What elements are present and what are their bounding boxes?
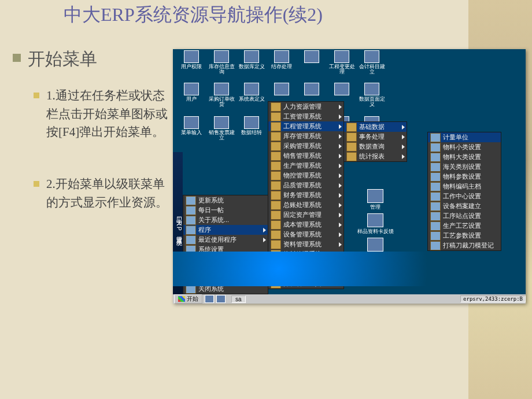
menu-item[interactable]: 物料小类设置 [428, 142, 501, 152]
menu-item[interactable]: 物料参数设置 [428, 172, 501, 182]
basic-data-submenu[interactable]: 计量单位物料小类设置物料大类设置海关类别设置物料参数设置物料编码主档工作中心设置… [427, 132, 501, 251]
slide-bullet-1: 1.通过在任务栏或状态栏点击开始菜单图标或按[F4]弹出开始菜单。 [46, 87, 168, 142]
menu-item[interactable]: 计量单位 [428, 132, 501, 142]
menu-item[interactable]: 每日一帖 [183, 205, 268, 215]
menu-item[interactable]: 关于系统... [183, 215, 268, 225]
menu-item[interactable]: 工作中心设置 [428, 191, 501, 201]
programs-submenu[interactable]: 人力资源管理工资管理系统工程管理系统库存管理系统采购管理系统销售管理系统生产管理… [268, 101, 344, 289]
desktop-icon[interactable]: 会计科目建立 [357, 50, 386, 75]
desktop-icon[interactable]: 用户 [177, 83, 206, 108]
desktop-icon[interactable]: 销售发票建立 [207, 116, 236, 141]
desktop-icon[interactable]: 数据库定义 [237, 50, 266, 75]
menu-item[interactable]: 事务处理 [344, 132, 407, 142]
desktop-icon[interactable]: 管理 [349, 189, 401, 211]
menu-item[interactable]: 设备档案建立 [428, 201, 501, 211]
menu-item[interactable]: 工程管理系统 [268, 121, 343, 131]
desktop-icon[interactable]: 数据结转 [237, 116, 266, 141]
menu-item-label: 我的收藏夹 [198, 255, 230, 264]
tool-icon [186, 235, 196, 245]
menu-item[interactable]: 系统管理 [268, 269, 343, 279]
menu-item[interactable]: 报关管理系统 [268, 259, 343, 269]
menu-item-label: 人力资源管理 [283, 102, 322, 111]
folder-icon [346, 142, 357, 152]
menu-item[interactable]: 采购管理系统 [268, 141, 343, 151]
menu-item[interactable]: 销售管理系统 [268, 151, 343, 161]
menu-item[interactable]: 系统设置 [183, 245, 268, 254]
menu-item-label: 工序站点设置 [443, 212, 481, 220]
menu-item[interactable]: 命令行 [183, 274, 268, 284]
menu-item[interactable]: 资料管理系统 [268, 239, 343, 249]
desktop-icon[interactable]: 用户权限 [177, 50, 206, 75]
menu-item[interactable]: 工资管理系统 [268, 112, 343, 121]
tool-icon [430, 162, 441, 172]
menu-item[interactable]: 生产工艺设置 [428, 221, 501, 231]
folder-icon [271, 112, 281, 121]
bullet-icon [34, 181, 39, 187]
folder-icon [271, 269, 281, 279]
menu-item[interactable]: 最近使用程序 [183, 235, 268, 245]
folder-icon [271, 220, 281, 230]
desktop-icon[interactable]: 工程变更处理 [327, 50, 356, 75]
tool-icon [430, 202, 441, 211]
start-menu[interactable]: 更新系统每日一帖关于系统...程序最近使用程序系统设置我的收藏夹帮助命令行关闭系… [183, 195, 268, 294]
engineering-submenu[interactable]: 基础数据事务处理数据查询统计报表 [343, 121, 407, 162]
menu-item[interactable]: 我的收藏夹 [183, 254, 268, 264]
tool-icon [186, 196, 196, 205]
menu-item[interactable]: 帮助 [183, 264, 268, 274]
menu-item[interactable]: 关闭系统 [183, 284, 268, 294]
menu-item-label: 物料管理系统 [283, 250, 322, 258]
folder-icon [271, 161, 281, 171]
tool-icon [430, 231, 441, 241]
menu-item-label: 统计报表 [359, 152, 385, 161]
tool-icon [430, 172, 441, 182]
menu-item[interactable]: 打稿刀裁刀模登记 [428, 241, 501, 250]
menu-item-label: 数据查询 [359, 142, 385, 151]
folder-icon [271, 191, 281, 200]
menu-item[interactable]: 程序 [183, 225, 268, 235]
start-button[interactable]: 开始 [174, 294, 202, 304]
folder-icon [271, 260, 281, 269]
desktop-icon[interactable]: 系统表定义 [237, 83, 266, 108]
menu-item[interactable]: 海关类别设置 [428, 162, 501, 172]
desktop-icon[interactable] [297, 50, 326, 75]
desktop-icon[interactable]: 菜单输入 [177, 116, 206, 141]
menu-item[interactable]: 物料大类设置 [428, 152, 501, 162]
desktop-icon[interactable]: 数据页面定义 [357, 83, 386, 108]
menu-item[interactable]: 物控管理系统 [268, 171, 343, 180]
desktop-icon[interactable]: 样品资料卡反馈 [349, 213, 401, 235]
desktop-icon[interactable]: 库存信息查询 [207, 50, 236, 75]
menu-item[interactable]: 数据查询 [344, 142, 407, 152]
quicklaunch-icon[interactable] [216, 295, 226, 303]
tool-icon [186, 265, 196, 274]
menu-item[interactable]: 工艺参数设置 [428, 231, 501, 241]
menu-item[interactable]: 统计报表 [344, 152, 407, 161]
menu-item[interactable]: 固定资产管理 [268, 210, 343, 220]
folder-icon [271, 122, 281, 131]
menu-item[interactable]: 更新系统 [183, 195, 268, 205]
menu-item[interactable]: 财务管理系统 [268, 190, 343, 200]
status-server: erpsrv,2433:zcerp:B [460, 295, 526, 302]
menu-item-label: 物料大类设置 [443, 153, 481, 161]
desktop-icon[interactable]: 结存处理 [267, 50, 296, 75]
menu-item[interactable]: 工序站点设置 [428, 211, 501, 221]
folder-icon [271, 181, 281, 190]
desktop-icon[interactable]: 资源管理器 [349, 238, 401, 260]
menu-item-label: 销售管理系统 [283, 152, 322, 160]
status-user: sa [231, 295, 246, 303]
menu-item[interactable]: 设备管理系统 [268, 230, 343, 239]
menu-item-label: 物控管理系统 [283, 171, 322, 180]
menu-item[interactable]: 物料管理系统 [268, 249, 343, 259]
menu-item[interactable]: 人力资源管理 [268, 102, 343, 112]
folder-icon [271, 250, 281, 259]
menu-item[interactable]: 总账处理系统 [268, 200, 343, 210]
menu-item[interactable]: 基础数据 [344, 122, 407, 132]
menu-item-label: 更新系统 [198, 196, 224, 205]
menu-item[interactable]: 开发管理工具 [268, 279, 343, 289]
menu-item[interactable]: 物料编码主档 [428, 182, 501, 191]
menu-item[interactable]: 库存管理系统 [268, 131, 343, 141]
menu-item[interactable]: 生产管理系统 [268, 161, 343, 171]
menu-item[interactable]: 成本管理系统 [268, 220, 343, 230]
desktop-icon[interactable]: 采购订单收货 [207, 83, 236, 108]
quicklaunch-icon[interactable] [205, 295, 214, 303]
menu-item[interactable]: 品质管理系统 [268, 180, 343, 190]
